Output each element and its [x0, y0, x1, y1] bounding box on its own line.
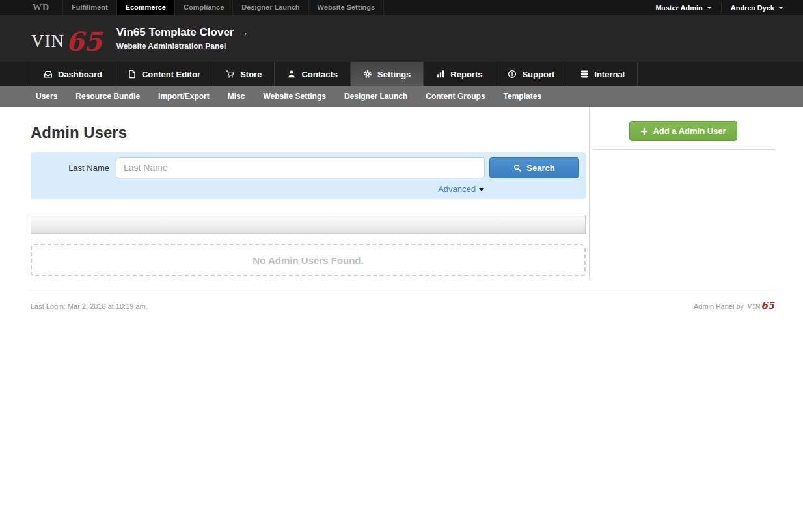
dashboard-icon [44, 70, 53, 79]
arrow-right-icon: → [238, 26, 249, 38]
nav-label: Settings [377, 70, 411, 79]
nav-label: Reports [450, 70, 482, 79]
logo-vin-text: VIN [31, 31, 64, 51]
admin-panel-credit: Admin Panel by VIN65 [694, 300, 774, 312]
nav-label: Support [522, 70, 554, 79]
nav-label: Contacts [301, 70, 338, 79]
credit-text: Admin Panel by [694, 302, 746, 310]
nav-dashboard[interactable]: Dashboard [31, 62, 115, 86]
vin65-logo[interactable]: VIN 65 [31, 26, 102, 51]
last-name-label: Last Name [37, 163, 116, 173]
nav-label: Internal [594, 70, 625, 79]
caret-down-icon [707, 7, 712, 9]
page-title: Admin Users [31, 124, 586, 142]
nav-internal[interactable]: Internal [567, 62, 638, 86]
nav-settings[interactable]: Settings [351, 62, 424, 86]
topbar-right-menus: Master Admin Andrea Dyck [646, 0, 803, 15]
person-icon [287, 70, 296, 79]
gear-icon [363, 70, 372, 79]
admin-users-section: Admin Users Last Name Search Advanced [31, 107, 586, 280]
top-utility-bar: WD Fulfillment Ecommerce Compliance Desi… [0, 0, 803, 15]
empty-state-text: No Admin Users Found. [252, 255, 363, 266]
page-footer: Last Login: Mar 2, 2016 at 10:19 am. Adm… [31, 291, 774, 312]
master-admin-menu[interactable]: Master Admin [646, 0, 720, 15]
tab-designer-launch[interactable]: Designer Launch [232, 0, 308, 15]
nav-label: Store [240, 70, 262, 79]
site-title-text: Vin65 Template Clover [116, 26, 234, 38]
subnav-content-groups[interactable]: Content Groups [416, 86, 494, 107]
tab-fulfillment[interactable]: Fulfillment [62, 0, 116, 15]
settings-subnav: Users Resource Bundle Import/Export Misc… [0, 86, 803, 107]
caret-down-icon [778, 7, 783, 9]
master-admin-label: Master Admin [655, 4, 702, 12]
logo-65-text: 65 [66, 30, 102, 53]
plus-icon [640, 127, 648, 135]
nav-label: Content Editor [142, 70, 200, 79]
search-button-label: Search [526, 163, 554, 173]
page-content: Admin Users Last Name Search Advanced [0, 107, 803, 312]
bar-chart-icon [436, 70, 445, 79]
document-icon [128, 70, 137, 79]
subnav-users[interactable]: Users [27, 86, 66, 107]
nav-support[interactable]: Support [495, 62, 567, 86]
sidebar-divider [592, 149, 774, 150]
credit-vin-text: VIN [747, 302, 761, 310]
last-name-input[interactable] [116, 157, 485, 178]
site-title-link[interactable]: Vin65 Template Clover→ [116, 26, 249, 39]
search-panel: Last Name Search Advanced [31, 152, 586, 199]
advanced-label: Advanced [438, 184, 476, 194]
nav-reports[interactable]: Reports [424, 62, 495, 86]
platform-tabs: Fulfillment Ecommerce Compliance Designe… [62, 0, 384, 15]
subnav-templates[interactable]: Templates [495, 86, 551, 107]
tab-website-settings[interactable]: Website Settings [308, 0, 384, 15]
subnav-resource-bundle[interactable]: Resource Bundle [66, 86, 149, 107]
credit-65-text: 65 [761, 300, 774, 312]
nav-label: Dashboard [58, 70, 102, 79]
add-admin-user-button[interactable]: Add a Admin User [629, 121, 737, 141]
search-button[interactable]: Search [489, 157, 579, 178]
site-subtitle: Website Administration Panel [116, 42, 249, 51]
search-icon [513, 164, 522, 172]
results-header-bar [31, 215, 586, 234]
last-login-text: Last Login: Mar 2, 2016 at 10:19 am. [31, 302, 148, 310]
subnav-misc[interactable]: Misc [219, 86, 254, 107]
nav-contacts[interactable]: Contacts [275, 62, 351, 86]
main-navigation: Dashboard Content Editor Store Contacts … [0, 62, 803, 86]
tab-ecommerce[interactable]: Ecommerce [116, 0, 174, 15]
caret-down-icon [479, 188, 484, 191]
subnav-designer-launch[interactable]: Designer Launch [335, 86, 416, 107]
wd-logo[interactable]: WD [26, 0, 56, 15]
actions-sidebar: Add a Admin User [590, 107, 774, 280]
empty-state-box: No Admin Users Found. [31, 244, 586, 276]
advanced-search-toggle[interactable]: Advanced [438, 184, 484, 194]
add-admin-user-label: Add a Admin User [653, 126, 726, 136]
brand-header: VIN 65 Vin65 Template Clover→ Website Ad… [0, 15, 803, 62]
info-circle-icon [508, 70, 517, 79]
user-menu[interactable]: Andrea Dyck [722, 0, 793, 15]
site-titles: Vin65 Template Clover→ Website Administr… [116, 26, 249, 51]
tab-compliance[interactable]: Compliance [174, 0, 232, 15]
subnav-website-settings[interactable]: Website Settings [254, 86, 334, 107]
subnav-import-export[interactable]: Import/Export [149, 86, 219, 107]
nav-store[interactable]: Store [213, 62, 275, 86]
cart-icon [226, 70, 235, 79]
nav-content-editor[interactable]: Content Editor [115, 62, 213, 86]
user-menu-label: Andrea Dyck [731, 4, 774, 12]
database-icon [580, 70, 589, 79]
